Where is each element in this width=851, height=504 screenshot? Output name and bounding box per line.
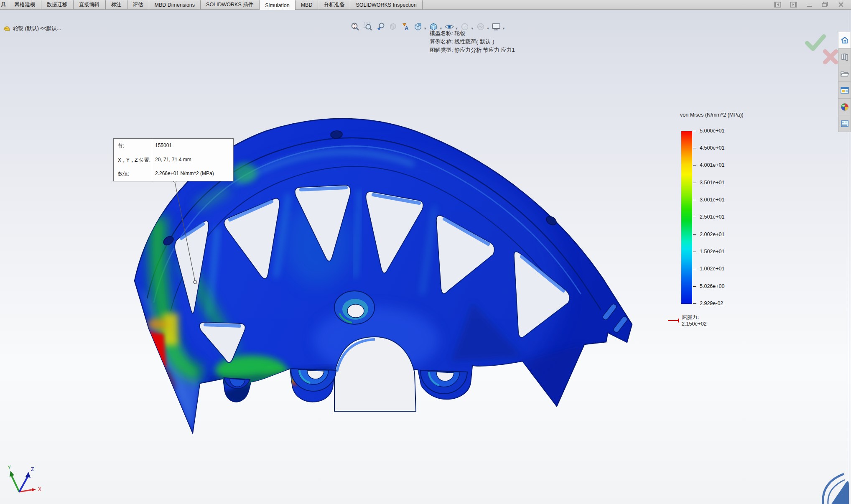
legend-tick: 3.001e+01 <box>700 197 724 203</box>
model-name-line: 模型名称: 轮毂 <box>430 29 515 38</box>
home-icon <box>840 36 849 44</box>
folder-icon <box>840 70 849 77</box>
max-stress-hotspot <box>145 331 166 369</box>
callout-xyz-label: X，Y，Z 位置: <box>114 153 152 167</box>
restore-icon[interactable] <box>821 1 829 8</box>
solidworks-logo <box>820 470 849 504</box>
probe-callout[interactable]: 节: 155001 X，Y，Z 位置: 20, 71, 71.4 mm 数值: … <box>113 138 234 181</box>
appearances-tab[interactable] <box>838 99 851 115</box>
view-orientation-icon[interactable] <box>412 21 423 32</box>
legend-tick: 2.501e+01 <box>700 214 724 220</box>
view-palette-icon <box>840 86 849 94</box>
section-view-icon[interactable] <box>387 21 398 32</box>
minimize-icon[interactable] <box>805 1 813 8</box>
graphics-area[interactable]: 轮毂 (默认) <<默认... A ▾ ▾ ▾ <box>0 10 851 504</box>
pane-collapse-left-icon[interactable] <box>773 1 782 8</box>
design-library-tab[interactable] <box>838 48 851 65</box>
legend-tick: 4.500e+01 <box>700 145 724 151</box>
tab-direct-editing[interactable]: 直接编辑 <box>74 0 106 9</box>
plot-info: 模型名称: 轮毂 算例名称: 线性载荷(-默认-) 图解类型: 静应力分析 节应… <box>430 29 515 54</box>
legend-tick: 5.026e+00 <box>700 283 724 289</box>
zoom-to-area-icon[interactable] <box>362 21 373 32</box>
pane-collapse-right-icon[interactable] <box>789 1 797 8</box>
lug-boss-right <box>420 370 467 394</box>
custom-properties-icon <box>841 120 849 127</box>
yield-arrow-icon <box>668 318 679 323</box>
probe-leader <box>173 179 197 284</box>
tab-analysis-prep[interactable]: 分析准备 <box>318 0 350 9</box>
tab-mbd[interactable]: MBD <box>296 0 318 9</box>
study-name-line: 算例名称: 线性载荷(-默认-) <box>430 38 515 46</box>
task-pane-tabs <box>838 32 851 132</box>
file-explorer-tab[interactable] <box>838 65 851 82</box>
close-icon[interactable] <box>837 1 845 8</box>
window-controls <box>773 0 851 9</box>
annotation-view-icon[interactable]: A <box>400 21 411 32</box>
triad-x-label: X <box>38 486 41 492</box>
svg-text:A: A <box>405 25 409 31</box>
legend-tick: 3.501e+01 <box>700 180 724 186</box>
hub-bore-notch <box>334 337 416 411</box>
legend-tick: 4.001e+01 <box>700 162 724 168</box>
cancel-x-icon[interactable] <box>822 48 839 66</box>
design-library-icon <box>841 53 849 61</box>
center-hole <box>334 291 375 324</box>
mount-tab-slots <box>602 303 628 333</box>
legend-tick: 1.502e+01 <box>700 249 724 255</box>
legend-colorbar <box>681 131 692 304</box>
triad-z-label: Z <box>31 466 34 472</box>
legend-title: von Mises (N/mm^2 (MPa)) <box>680 112 744 118</box>
view-palette-tab[interactable] <box>838 82 851 99</box>
small-cylinder-stub <box>224 378 250 389</box>
part-icon <box>3 25 10 32</box>
plot-type-line: 图解类型: 静应力分析 节应力 应力1 <box>430 46 515 54</box>
spoke-cutouts <box>175 185 570 363</box>
callout-node-value: 155001 <box>152 139 233 153</box>
tab-solidworks-addins[interactable]: SOLIDWORKS 插件 <box>201 0 259 9</box>
tab-simulation[interactable]: Simulation <box>259 0 295 10</box>
tab-mbd-dimensions[interactable]: MBD Dimensions <box>149 0 201 9</box>
home-tab[interactable] <box>838 32 851 48</box>
command-manager-tabs: 具 网格建模 数据迁移 直接编辑 标注 评估 MBD Dimensions SO… <box>0 0 851 10</box>
legend-tick: 2.002e+01 <box>700 232 724 237</box>
tab-mesh-modeling[interactable]: 网格建模 <box>9 0 41 9</box>
tab-evaluate[interactable]: 评估 <box>127 0 149 9</box>
solidworks-window: 具 网格建模 数据迁移 直接编辑 标注 评估 MBD Dimensions SO… <box>0 0 851 504</box>
legend-tick: 5.000e+01 <box>700 128 724 134</box>
callout-xyz-value: 20, 71, 71.4 mm <box>152 153 233 167</box>
view-orientation-caret-icon[interactable]: ▾ <box>424 26 426 31</box>
tab-solidworks-inspection[interactable]: SOLIDWORKS Inspection <box>350 0 422 9</box>
callout-node-label: 节: <box>114 139 152 153</box>
tab-tools[interactable]: 具 <box>0 0 9 9</box>
orientation-triad: X Y Z <box>3 463 45 499</box>
feature-tree-root[interactable]: 轮毂 (默认) <<默认... <box>3 25 61 32</box>
callout-value-value: 2.266e+01 N/mm^2 (MPa) <box>152 167 233 181</box>
tab-annotation[interactable]: 标注 <box>106 0 127 9</box>
callout-value-label: 数值: <box>114 167 152 181</box>
yield-label: 屈服力: 2.150e+02 <box>682 314 711 327</box>
previous-view-icon[interactable] <box>375 21 386 32</box>
yield-strength-row: 屈服力: 2.150e+02 <box>668 314 711 327</box>
tab-data-migration[interactable]: 数据迁移 <box>41 0 74 9</box>
triad-y-label: Y <box>8 465 11 471</box>
legend-tick: 2.929e-02 <box>700 300 723 306</box>
appearances-ball-icon <box>841 103 849 111</box>
custom-properties-tab[interactable] <box>838 115 851 132</box>
zoom-to-fit-icon[interactable] <box>349 21 361 32</box>
lug-boss-left <box>291 369 336 391</box>
legend-tick: 1.002e+01 <box>700 266 724 272</box>
tree-item-label: 轮毂 (默认) <<默认... <box>13 25 61 32</box>
